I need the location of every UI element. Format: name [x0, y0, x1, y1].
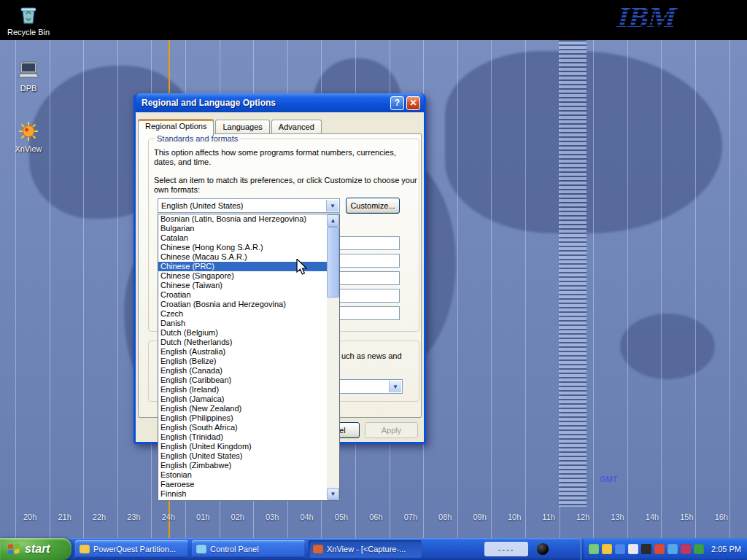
dropdown-scrollbar[interactable]: ▲ ▼	[327, 214, 339, 500]
language-option[interactable]: English (Philippines)	[158, 413, 327, 423]
tab[interactable]: Languages	[215, 120, 269, 135]
customize-button[interactable]: Customize...	[346, 198, 400, 214]
timezone-hour-row: 20h21h22h23h24h01h02h03h04h05h06h07h08h0…	[0, 513, 747, 521]
language-option[interactable]: English (Trinidad)	[158, 432, 327, 442]
timezone-hour-label: 16h	[715, 513, 728, 521]
start-button[interactable]: start	[0, 538, 71, 560]
dropdown-items: Bosnian (Latin, Bosnia and Herzegovina) …	[158, 214, 327, 500]
language-option[interactable]: Finnish	[158, 489, 327, 499]
system-tray: 2:05 PM	[581, 538, 747, 560]
standards-instruction-text: Select an item to match its preferences,…	[154, 176, 425, 195]
language-option[interactable]: Catalan	[158, 233, 327, 243]
language-option[interactable]: English (Belize)	[158, 357, 327, 366]
task-window-title: PowerQuest Partition...	[93, 545, 176, 553]
taskbar-deskband[interactable]: ----	[484, 542, 528, 556]
task-button-area: PowerQuest Partition... Control Panel Xn…	[71, 540, 422, 558]
language-option[interactable]: English (Ireland)	[158, 385, 327, 394]
timezone-hour-label: 09h	[473, 513, 486, 521]
timezone-hour-label: 22h	[93, 513, 106, 521]
desktop-icon-label: Recycle Bin	[7, 28, 50, 36]
timezone-hour-label: 03h	[266, 513, 279, 521]
dateline-hatched-band	[559, 40, 587, 507]
language-option[interactable]: English (Zimbabwe)	[158, 461, 327, 470]
language-option[interactable]: Chinese (Singapore)	[158, 271, 327, 281]
dialog-body: Regional Options Languages Advanced Stan…	[136, 112, 424, 442]
task-window-icon	[196, 545, 206, 553]
regional-language-options-dialog: Regional and Language Options ? ✕ Region…	[133, 93, 426, 444]
format-combobox[interactable]: English (United States) ▼	[158, 198, 340, 213]
desktop-icon-label: XnView	[15, 144, 42, 153]
language-option[interactable]: Bosnian (Latin, Bosnia and Herzegovina)	[158, 214, 327, 224]
help-button[interactable]: ?	[390, 96, 404, 110]
timezone-hour-label: 13h	[611, 513, 624, 521]
language-option[interactable]: Bulgarian	[158, 224, 327, 233]
scroll-up-icon[interactable]: ▲	[327, 214, 339, 227]
close-button[interactable]: ✕	[406, 96, 420, 110]
language-option[interactable]: English (United Kingdom)	[158, 442, 327, 451]
task-window-icon	[313, 545, 323, 553]
scrollbar-thumb[interactable]	[327, 227, 339, 298]
language-option[interactable]: English (United States)	[158, 451, 327, 461]
language-option[interactable]: Croatian	[158, 290, 327, 300]
format-combobox-value: English (United States)	[161, 201, 244, 210]
laptop-icon	[16, 60, 41, 82]
tray-icon[interactable]	[628, 544, 638, 554]
top-banner-bar: IBM	[0, 0, 747, 40]
taskbar-round-dark-icon[interactable]	[537, 543, 549, 555]
timezone-hour-label: 02h	[231, 513, 244, 521]
timezone-hour-label: 15h	[680, 513, 693, 521]
language-option[interactable]: English (Australia)	[158, 347, 327, 357]
language-option[interactable]: English (Caribbean)	[158, 376, 327, 385]
dialog-titlebar[interactable]: Regional and Language Options ? ✕	[136, 93, 424, 112]
desktop-icon-recycle-bin[interactable]: Recycle Bin	[0, 4, 57, 36]
start-button-label: start	[25, 542, 50, 556]
combobox-dropdown-arrow-icon[interactable]: ▼	[326, 200, 338, 211]
language-option[interactable]: Dutch (Netherlands)	[158, 338, 327, 347]
language-option[interactable]: Chinese (Hong Kong S.A.R.)	[158, 243, 327, 252]
combobox-dropdown-arrow-icon[interactable]: ▼	[389, 381, 401, 392]
tab[interactable]: Regional Options	[138, 119, 214, 136]
timezone-hour-label: 01h	[196, 513, 209, 521]
language-option[interactable]: Danish	[158, 319, 327, 328]
language-option[interactable]: Croatian (Bosnia and Herzegovina)	[158, 300, 327, 309]
tray-icon[interactable]	[641, 544, 651, 554]
timezone-hour-label: 07h	[404, 513, 417, 521]
standards-description-text: This option affects how some programs fo…	[154, 148, 414, 167]
tray-icon[interactable]	[654, 544, 665, 554]
tray-icon[interactable]	[681, 544, 691, 554]
timezone-hour-label: 23h	[127, 513, 140, 521]
language-option[interactable]: Chinese (Taiwan)	[158, 281, 327, 290]
tray-clock[interactable]: 2:05 PM	[711, 545, 741, 553]
timezone-hour-label: 12h	[576, 513, 589, 521]
desktop-icon-xnview[interactable]: XnView	[0, 120, 57, 153]
tray-icon[interactable]	[615, 544, 625, 554]
language-option[interactable]: English (South Africa)	[158, 423, 327, 432]
format-dropdown-list: Bosnian (Latin, Bosnia and Herzegovina) …	[158, 214, 340, 501]
language-option[interactable]: English (Canada)	[158, 366, 327, 376]
scroll-down-icon[interactable]: ▼	[327, 488, 339, 500]
taskbar-task-button[interactable]: PowerQuest Partition...	[75, 540, 188, 558]
taskbar: start PowerQuest Partition... Control Pa…	[0, 538, 747, 560]
gmt-label: GMT	[600, 475, 617, 483]
language-option[interactable]: Estonian	[158, 470, 327, 480]
xnview-icon	[18, 120, 39, 142]
tray-icon[interactable]	[694, 544, 704, 554]
language-option[interactable]: Dutch (Belgium)	[158, 328, 327, 338]
task-window-icon	[80, 545, 90, 553]
language-option[interactable]: English (New Zealand)	[158, 404, 327, 413]
ibm-logo-text: IBM	[614, 1, 681, 34]
desktop-icon-dpb[interactable]: DPB	[0, 60, 57, 93]
tab[interactable]: Advanced	[271, 120, 322, 135]
language-option[interactable]: Faeroese	[158, 480, 327, 489]
taskbar-task-button[interactable]: XnView - [<Capture-...	[309, 540, 422, 558]
language-option[interactable]: English (Jamaica)	[158, 394, 327, 404]
timezone-hour-label: 06h	[369, 513, 382, 521]
language-option[interactable]: Chinese (PRC)	[158, 262, 327, 271]
language-option[interactable]: Chinese (Macau S.A.R.)	[158, 252, 327, 262]
taskbar-task-button[interactable]: Control Panel	[192, 540, 305, 558]
language-option[interactable]: Czech	[158, 309, 327, 319]
tray-icon[interactable]	[602, 544, 612, 554]
timezone-hour-label: 20h	[23, 513, 36, 521]
tray-icon[interactable]	[667, 544, 678, 554]
tray-icon[interactable]	[589, 544, 599, 554]
